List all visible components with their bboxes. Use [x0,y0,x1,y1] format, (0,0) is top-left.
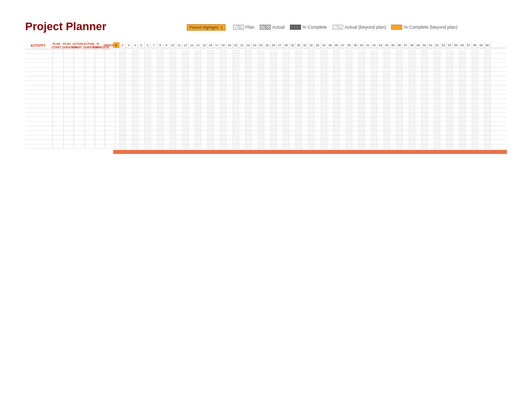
gantt-cell-r21-c25[interactable] [264,144,271,148]
gantt-cell-r6-c22[interactable] [246,76,252,80]
gantt-cell-r16-c25[interactable] [264,122,271,126]
left-row-21[interactable] [25,144,113,149]
gantt-cell-r3-c57[interactable] [466,63,472,67]
gantt-cell-r10-c54[interactable] [447,95,453,99]
gantt-cell-r7-c25[interactable] [264,81,271,85]
gantt-cell-r3-c8[interactable] [158,63,164,67]
left-cell-r7-c3[interactable] [74,81,85,85]
left-cell-r3-c0[interactable] [25,63,53,67]
gantt-cell-r16-c37[interactable] [340,122,346,126]
gantt-cell-r1-c28[interactable] [283,54,290,58]
gantt-cell-r11-c34[interactable] [321,99,328,103]
gantt-cell-r9-c48[interactable] [409,90,416,94]
left-cell-r0-c0[interactable] [25,49,53,53]
gantt-cell-r14-c53[interactable] [440,113,447,117]
gantt-cell-r10-c48[interactable] [409,95,416,99]
gantt-cell-r7-c41[interactable] [365,81,371,85]
left-cell-r1-c5[interactable] [95,54,105,58]
gantt-row-10[interactable] [113,95,507,99]
left-cell-r17-c3[interactable] [74,126,85,130]
gantt-cell-r9-c58[interactable] [472,90,479,94]
left-cell-r17-c4[interactable] [85,126,95,130]
gantt-cell-r2-c45[interactable] [390,58,397,62]
gantt-cell-r2-c21[interactable] [239,58,246,62]
gantt-cell-r17-c44[interactable] [384,126,391,130]
gantt-cell-r1-c52[interactable] [434,54,441,58]
gantt-cell-r14-c21[interactable] [239,113,246,117]
gantt-cell-r3-c55[interactable] [453,63,460,67]
gantt-cell-r4-c47[interactable] [403,67,409,71]
gantt-cell-r10-c4[interactable] [132,95,139,99]
gantt-cell-r11-c20[interactable] [233,99,240,103]
gantt-cell-r1-c56[interactable] [460,54,466,58]
gantt-cell-r7-c56[interactable] [460,81,466,85]
gantt-cell-r5-c48[interactable] [409,72,416,76]
gantt-cell-r21-c17[interactable] [214,144,220,148]
gantt-cell-r8-c55[interactable] [453,86,460,90]
gantt-cell-r20-c45[interactable] [390,140,397,144]
gantt-cell-r18-c33[interactable] [315,131,321,135]
gantt-cell-r0-c26[interactable] [271,49,277,53]
gantt-cell-r10-c43[interactable] [377,95,384,99]
gantt-cell-r18-c18[interactable] [220,131,227,135]
gantt-cell-r16-c26[interactable] [271,122,277,126]
gantt-cell-r8-c46[interactable] [397,86,403,90]
gantt-cell-r19-c13[interactable] [189,135,195,139]
gantt-cell-r16-c10[interactable] [170,122,177,126]
gantt-cell-r1-c9[interactable] [164,54,170,58]
gantt-cell-r11-c5[interactable] [138,99,145,103]
gantt-cell-r12-c31[interactable] [302,104,309,108]
gantt-cell-r16-c27[interactable] [277,122,283,126]
gantt-cell-r5-c43[interactable] [377,72,384,76]
left-row-5[interactable] [25,72,113,76]
gantt-cell-r5-c11[interactable] [176,72,183,76]
gantt-cell-r9-c41[interactable] [365,90,371,94]
gantt-cell-r2-c13[interactable] [189,58,195,62]
gantt-cell-r14-c2[interactable] [120,113,126,117]
gantt-cell-r14-c47[interactable] [403,113,409,117]
gantt-cell-r20-c9[interactable] [164,140,170,144]
gantt-cell-r17-c21[interactable] [239,126,246,130]
gantt-cell-r2-c58[interactable] [472,58,479,62]
gantt-cell-r17-c29[interactable] [289,126,296,130]
gantt-cell-r19-c25[interactable] [264,135,271,139]
gantt-cell-r13-c16[interactable] [208,108,214,112]
gantt-cell-r10-c13[interactable] [189,95,195,99]
left-cell-r11-c3[interactable] [74,99,85,103]
gantt-cell-r13-c13[interactable] [189,108,195,112]
gantt-row-19[interactable] [113,135,507,140]
gantt-cell-r0-c12[interactable] [183,49,189,53]
gantt-cell-r7-c42[interactable] [371,81,378,85]
left-cell-r6-c4[interactable] [85,76,95,80]
gantt-cell-r0-c33[interactable] [315,49,321,53]
gantt-cell-r5-c12[interactable] [183,72,189,76]
gantt-cell-r6-c38[interactable] [346,76,353,80]
gantt-cell-r10-c30[interactable] [296,95,302,99]
gantt-cell-r19-c17[interactable] [214,135,220,139]
gantt-cell-r2-c1[interactable] [113,58,120,62]
gantt-cell-r2-c27[interactable] [277,58,283,62]
gantt-cell-r4-c15[interactable] [201,67,208,71]
gantt-cell-r4-c23[interactable] [252,67,258,71]
gantt-row-9[interactable] [113,90,507,95]
left-cell-r14-c2[interactable] [64,113,74,117]
gantt-cell-r0-c3[interactable] [126,49,132,53]
gantt-cell-r3-c14[interactable] [195,63,202,67]
gantt-cell-r20-c19[interactable] [226,140,233,144]
gantt-cell-r18-c56[interactable] [460,131,466,135]
gantt-cell-r2-c51[interactable] [428,58,434,62]
gantt-cell-r15-c23[interactable] [252,117,258,121]
gantt-cell-r3-c17[interactable] [214,63,220,67]
gantt-cell-r9-c1[interactable] [113,90,120,94]
gantt-cell-r13-c54[interactable] [447,108,453,112]
gantt-cell-r6-c40[interactable] [359,76,365,80]
gantt-cell-r2-c60[interactable] [485,58,491,62]
gantt-cell-r11-c27[interactable] [277,99,283,103]
gantt-cell-r14-c8[interactable] [158,113,164,117]
gantt-cell-r8-c10[interactable] [170,86,177,90]
gantt-cell-r16-c41[interactable] [365,122,371,126]
gantt-cell-r5-c55[interactable] [453,72,460,76]
gantt-cell-r0-c43[interactable] [377,49,384,53]
gantt-cell-r6-c4[interactable] [132,76,139,80]
gantt-cell-r3-c25[interactable] [264,63,271,67]
